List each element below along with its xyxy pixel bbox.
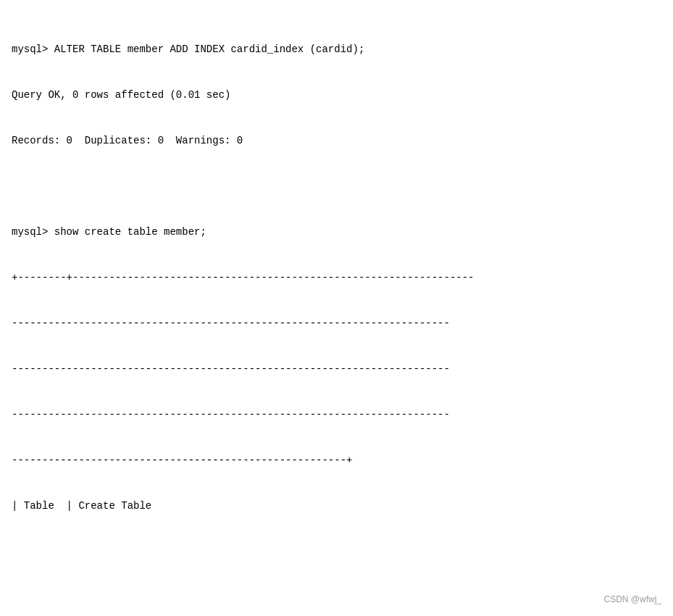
sep-top-2: ----------------------------------------…	[12, 316, 661, 331]
terminal-output: mysql> ALTER TABLE member ADD INDEX card…	[12, 12, 661, 616]
line-3: Records: 0 Duplicates: 0 Warnings: 0	[12, 133, 661, 149]
line-5: mysql> show create table member;	[12, 225, 661, 240]
header-row: | Table | Create Table	[12, 499, 661, 514]
line-4	[12, 179, 661, 194]
sep-top-3: ----------------------------------------…	[12, 362, 661, 377]
line-2: Query OK, 0 rows affected (0.01 sec)	[12, 88, 661, 103]
sep-top-5: ----------------------------------------…	[12, 453, 661, 468]
line-1: mysql> ALTER TABLE member ADD INDEX card…	[12, 42, 661, 57]
blank-2	[12, 590, 661, 605]
blank-1	[12, 544, 661, 559]
watermark-text: CSDN @wfwj_	[603, 594, 661, 604]
sep-top-1: +--------+------------------------------…	[12, 270, 661, 286]
sep-top-4: ----------------------------------------…	[12, 407, 661, 423]
